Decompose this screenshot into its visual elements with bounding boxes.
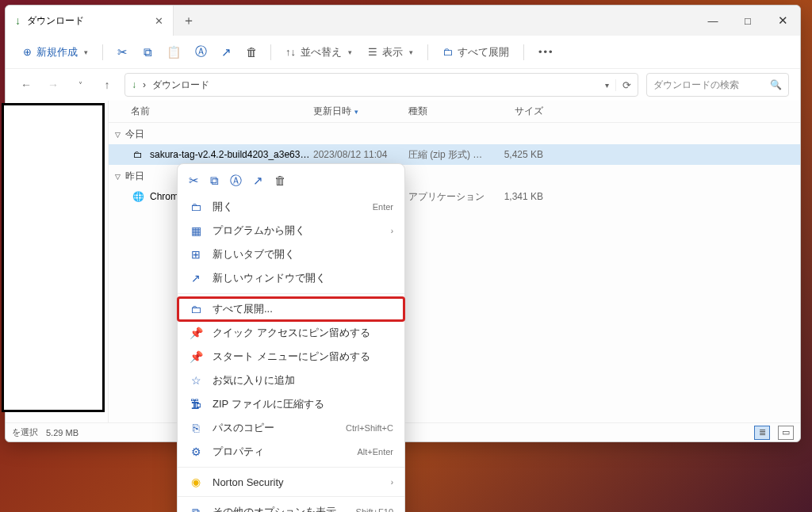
ctx-pin-quick[interactable]: 📌 クイック アクセスにピン留めする [178, 321, 404, 345]
delete-icon[interactable]: 🗑 [274, 174, 286, 189]
open-icon: 🗀 [189, 201, 203, 213]
ctx-pin-start[interactable]: 📌 スタート メニューにピン留めする [178, 345, 404, 369]
copy-icon[interactable]: ⧉ [210, 174, 219, 189]
separator [270, 44, 271, 60]
delete-button[interactable]: 🗑 [240, 42, 262, 62]
chevron-right-icon: › [391, 227, 393, 235]
separator [178, 293, 404, 294]
file-row-sakura[interactable]: 🗀 sakura-tag-v2.4.2-build4203_a3e63015b … [109, 144, 800, 165]
new-button[interactable]: ⊕ 新規作成 ▾ [17, 42, 94, 63]
view-button[interactable]: ☰ 表示 ▾ [362, 42, 419, 63]
chevron-down-icon[interactable]: ▾ [605, 81, 609, 90]
recent-button[interactable]: ˅ [71, 81, 90, 90]
status-size: 5.29 MB [46, 428, 79, 437]
ctx-properties[interactable]: ⚙ プロパティ Alt+Enter [178, 440, 404, 464]
col-size[interactable]: サイズ [488, 105, 543, 118]
search-placeholder: ダウンロードの検索 [653, 78, 739, 92]
back-button[interactable]: ← [17, 78, 36, 91]
search-box[interactable]: ダウンロードの検索 🔍 [646, 73, 789, 97]
col-date[interactable]: 更新日時▾ [313, 105, 408, 118]
search-icon: 🔍 [770, 79, 782, 90]
paste-button: 📋 [162, 42, 186, 63]
tab-downloads[interactable]: ↓ ダウンロード ✕ [6, 6, 174, 36]
share-button[interactable]: ↗ [215, 42, 237, 63]
rename-button[interactable]: Ⓐ [190, 41, 212, 63]
open-with-icon: ▦ [189, 224, 203, 237]
file-date: 2023/08/12 11:04 [313, 149, 408, 160]
window-controls: — □ ✕ [695, 6, 800, 36]
sort-desc-icon: ▾ [354, 108, 358, 116]
ctx-favorite[interactable]: ☆ お気に入りに追加 [178, 369, 404, 392]
file-type: アプリケーション [408, 190, 488, 204]
rename-icon[interactable]: Ⓐ [230, 174, 242, 189]
navigation-pane [6, 101, 109, 422]
extract-all-label: すべて展開 [458, 45, 509, 59]
app-icon: 🌐 [131, 191, 145, 202]
file-type: 圧縮 (zip 形式) フォ… [408, 148, 488, 162]
details-view-button[interactable]: ≣ [754, 426, 770, 440]
context-menu: ✂ ⧉ Ⓐ ↗ 🗑 🗀 開く Enter ▦ プログラムから開く › ⊞ 新しい… [177, 163, 405, 512]
file-name: sakura-tag-v2.4.2-build4203_a3e63015b [150, 149, 313, 160]
view-icon: ☰ [368, 46, 377, 58]
copy-button[interactable]: ⧉ [136, 42, 159, 63]
ctx-copy-path[interactable]: ⎘ パスのコピー Ctrl+Shift+C [178, 416, 404, 440]
chevron-down-icon: ▾ [409, 48, 413, 56]
ctx-open-with[interactable]: ▦ プログラムから開く › [178, 219, 404, 243]
more-options-icon: ⧉ [189, 506, 203, 513]
cut-button[interactable]: ✂ [111, 42, 133, 63]
tiles-view-button[interactable]: ▭ [778, 426, 794, 440]
pin-icon: 📌 [189, 350, 203, 363]
file-size: 5,425 KB [488, 149, 543, 160]
maximize-button[interactable]: □ [730, 6, 765, 36]
tab-title: ダウンロード [27, 14, 84, 28]
ctx-extract-all[interactable]: 🗀 すべて展開... [178, 297, 404, 321]
separator [523, 44, 524, 60]
separator [102, 44, 103, 60]
cut-icon[interactable]: ✂ [189, 174, 199, 189]
extract-all-button[interactable]: 🗀 すべて展開 [436, 42, 515, 63]
refresh-button[interactable]: ⟳ [615, 79, 631, 91]
breadcrumb-downloads[interactable]: ダウンロード [152, 78, 209, 92]
title-bar: ↓ ダウンロード ✕ ＋ — □ ✕ [6, 6, 800, 36]
ctx-new-tab[interactable]: ⊞ 新しいタブで開く [178, 243, 404, 266]
status-selection: を選択 [12, 426, 38, 438]
group-today[interactable]: ▽ 今日 [109, 123, 800, 144]
extract-icon: 🗀 [442, 46, 453, 58]
pin-icon: 📌 [189, 327, 203, 339]
chevron-down-icon: ▽ [115, 173, 121, 181]
view-label: 表示 [382, 45, 403, 59]
sort-button[interactable]: ↑↓ 並べ替え ▾ [279, 42, 358, 63]
download-icon: ↓ [132, 79, 136, 90]
close-button[interactable]: ✕ [765, 6, 800, 36]
col-type[interactable]: 種類 [408, 105, 488, 118]
copy-path-icon: ⎘ [189, 422, 203, 434]
star-icon: ☆ [189, 374, 203, 387]
column-headers[interactable]: 名前 更新日時▾ 種類 サイズ [109, 101, 800, 123]
ctx-open[interactable]: 🗀 開く Enter [178, 195, 404, 219]
ctx-new-window[interactable]: ↗ 新しいウィンドウで開く [178, 266, 404, 290]
sort-icon: ↑↓ [285, 46, 296, 58]
ctx-zip[interactable]: 🗜 ZIP ファイルに圧縮する [178, 392, 404, 416]
download-icon: ↓ [15, 14, 21, 27]
norton-icon: ◉ [189, 476, 203, 488]
address-bar[interactable]: ↓ › ダウンロード ▾ ⟳ [124, 73, 638, 97]
close-tab-icon[interactable]: ✕ [155, 15, 163, 27]
more-button[interactable]: ••• [532, 43, 561, 61]
chevron-down-icon: ▽ [115, 131, 121, 139]
share-icon[interactable]: ↗ [253, 174, 263, 189]
up-button[interactable]: ↑ [98, 78, 117, 91]
chevron-down-icon: ▾ [348, 48, 352, 56]
new-tab-icon: ⊞ [189, 248, 203, 261]
context-quick-actions: ✂ ⧉ Ⓐ ↗ 🗑 [178, 169, 404, 195]
nav-row: ← → ˅ ↑ ↓ › ダウンロード ▾ ⟳ ダウンロードの検索 🔍 [6, 69, 800, 101]
forward-button: → [44, 78, 63, 91]
sort-label: 並べ替え [301, 45, 342, 59]
ctx-more-options[interactable]: ⧉ その他のオプションを表示 Shift+F10 [178, 500, 404, 512]
minimize-button[interactable]: — [695, 6, 730, 36]
col-name[interactable]: 名前 [131, 105, 313, 118]
new-tab-button[interactable]: ＋ [174, 6, 204, 36]
extract-icon: 🗀 [189, 303, 203, 315]
properties-icon: ⚙ [189, 445, 203, 458]
plus-circle-icon: ⊕ [23, 46, 32, 58]
ctx-norton[interactable]: ◉ Norton Security › [178, 471, 404, 493]
